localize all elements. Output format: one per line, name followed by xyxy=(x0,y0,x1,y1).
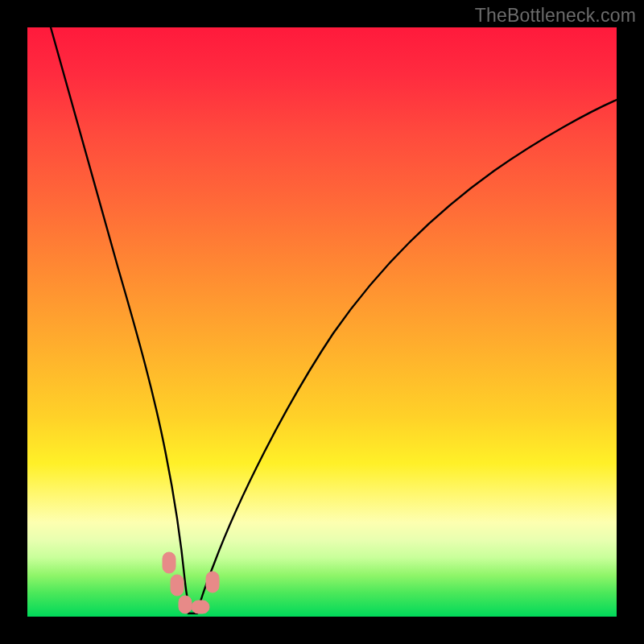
watermark-text: TheBottleneck.com xyxy=(475,5,636,27)
trough-marker xyxy=(179,596,192,613)
bottleneck-curve-path xyxy=(51,27,617,613)
trough-marker xyxy=(171,575,184,596)
trough-marker xyxy=(206,572,219,592)
bottleneck-curve-svg xyxy=(27,27,617,617)
trough-marker xyxy=(192,601,209,613)
chart-plot-area xyxy=(27,27,617,617)
trough-marker xyxy=(163,552,175,573)
trough-markers xyxy=(163,552,219,613)
outer-frame: TheBottleneck.com xyxy=(0,0,644,644)
